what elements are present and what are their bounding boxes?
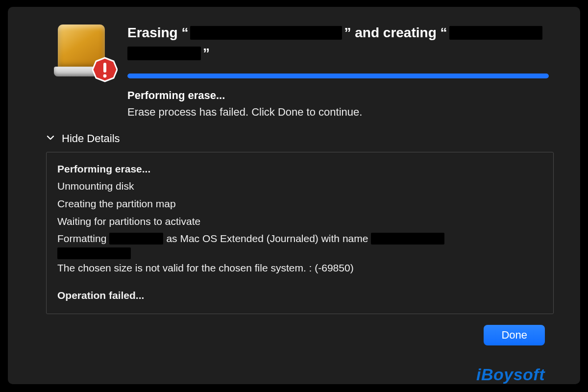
- dialog-header: Erasing “ ” and creating “ ” Performing …: [29, 22, 559, 119]
- log-line: [57, 247, 542, 259]
- redacted-disk-id: [109, 233, 163, 245]
- redacted-target-name-2: [127, 47, 201, 60]
- title-text-close: ”: [203, 44, 210, 63]
- status-heading: Performing erase...: [127, 89, 549, 102]
- watermark-logo: iBoysoft: [476, 365, 545, 384]
- svg-point-2: [103, 74, 107, 78]
- log-line: Waiting for partitions to activate: [57, 213, 542, 230]
- log-line: Operation failed...: [57, 287, 542, 304]
- log-spacer: [57, 277, 542, 287]
- dialog-title: Erasing “ ” and creating “ ”: [127, 24, 549, 63]
- log-line: Formatting as Mac OS Extended (Journaled…: [57, 230, 542, 247]
- svg-rect-1: [103, 63, 106, 73]
- progress-bar: [127, 74, 549, 78]
- log-text: as Mac OS Extended (Journaled) with name: [166, 230, 368, 247]
- status-block: Performing erase... Erase process has fa…: [127, 89, 549, 119]
- redacted-target-name-1: [449, 26, 542, 40]
- redacted-source-name: [190, 26, 342, 40]
- log-text: Formatting: [57, 230, 106, 247]
- disk-utility-erase-dialog: Erasing “ ” and creating “ ” Performing …: [8, 7, 580, 384]
- status-message: Erase process has failed. Click Done to …: [127, 106, 549, 119]
- dialog-title-area: Erasing “ ” and creating “ ” Performing …: [127, 22, 559, 119]
- log-line: Performing erase...: [57, 160, 542, 178]
- details-toggle-label: Hide Details: [62, 132, 120, 145]
- details-toggle[interactable]: Hide Details: [46, 132, 559, 145]
- redacted-volume-name-2: [57, 247, 131, 259]
- chevron-down-icon: [46, 132, 55, 145]
- error-badge-icon: [92, 57, 118, 82]
- progress-fill: [127, 74, 549, 78]
- log-line: Unmounting disk: [57, 177, 542, 195]
- log-line: Creating the partition map: [57, 195, 542, 213]
- log-line: The chosen size is not valid for the cho…: [57, 259, 542, 277]
- dialog-footer: Done: [29, 325, 545, 345]
- details-log: Performing erase... Unmounting disk Crea…: [46, 152, 554, 315]
- external-drive-icon: [54, 22, 113, 80]
- done-button[interactable]: Done: [484, 325, 545, 345]
- title-text-mid: ” and creating “: [344, 24, 447, 42]
- title-text-prefix: Erasing “: [127, 24, 188, 42]
- redacted-volume-name-1: [371, 233, 444, 245]
